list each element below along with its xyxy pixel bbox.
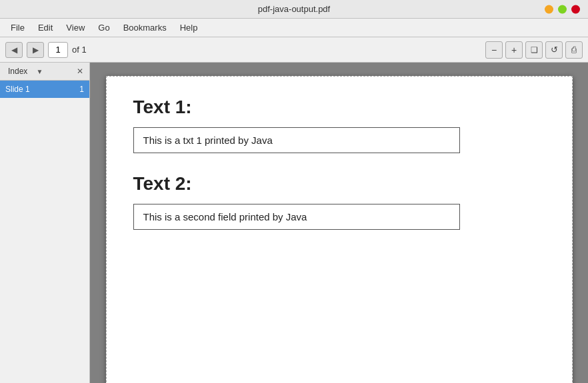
pdf-text1-field: This is a txt 1 printed by Java: [133, 127, 460, 153]
sidebar-slide-1[interactable]: Slide 1 1: [0, 81, 89, 98]
sidebar-index-tab[interactable]: Index: [4, 65, 31, 77]
main-area: Index ▼ ✕ Slide 1 1 Text 1: This is a tx…: [0, 63, 588, 383]
next-page-button[interactable]: ▶: [27, 42, 44, 58]
fit-page-button[interactable]: ❑: [525, 41, 543, 59]
pdf-viewer-area: Text 1: This is a txt 1 printed by Java …: [90, 63, 588, 383]
menu-view[interactable]: View: [61, 21, 90, 35]
sidebar-dropdown-icon[interactable]: ▼: [34, 66, 45, 77]
pdf-text1-label: Text 1:: [133, 97, 545, 118]
sidebar: Index ▼ ✕ Slide 1 1: [0, 63, 90, 383]
window-title: pdf-java-output.pdf: [258, 4, 330, 14]
menu-edit[interactable]: Edit: [33, 21, 58, 35]
window-controls: [545, 5, 580, 13]
zoom-in-button[interactable]: +: [505, 41, 523, 59]
menu-go[interactable]: Go: [93, 21, 115, 35]
toolbar: ◀ ▶ of 1 − + ❑ ↺ ⎙: [0, 37, 588, 63]
page-number-input[interactable]: [48, 42, 68, 58]
minimize-button[interactable]: [545, 5, 553, 13]
sidebar-header: Index ▼ ✕: [0, 63, 89, 81]
print-button[interactable]: ⎙: [565, 41, 583, 59]
pdf-page: Text 1: This is a txt 1 printed by Java …: [106, 76, 573, 383]
close-button[interactable]: [571, 5, 580, 13]
total-pages-label: of 1: [72, 45, 87, 55]
menu-bookmarks[interactable]: Bookmarks: [118, 21, 172, 35]
pdf-section-1: Text 1: This is a txt 1 printed by Java: [133, 97, 545, 153]
pdf-text2-label: Text 2:: [133, 173, 545, 194]
pdf-section-2: Text 2: This is a second field printed b…: [133, 173, 545, 230]
menu-help[interactable]: Help: [175, 21, 203, 35]
menu-file[interactable]: File: [5, 21, 30, 35]
pdf-text2-field: This is a second field printed by Java: [133, 204, 460, 230]
title-bar: pdf-java-output.pdf: [0, 0, 588, 19]
menu-bar: File Edit View Go Bookmarks Help: [0, 19, 588, 37]
prev-page-button[interactable]: ◀: [5, 42, 23, 58]
sidebar-close-button[interactable]: ✕: [75, 66, 85, 77]
maximize-button[interactable]: [558, 5, 567, 13]
sidebar-slide-number: 1: [79, 85, 84, 94]
sidebar-slide-label: Slide 1: [5, 85, 30, 94]
toolbar-right: − + ❑ ↺ ⎙: [485, 41, 583, 59]
zoom-out-button[interactable]: −: [485, 41, 503, 59]
rotate-button[interactable]: ↺: [545, 41, 563, 59]
